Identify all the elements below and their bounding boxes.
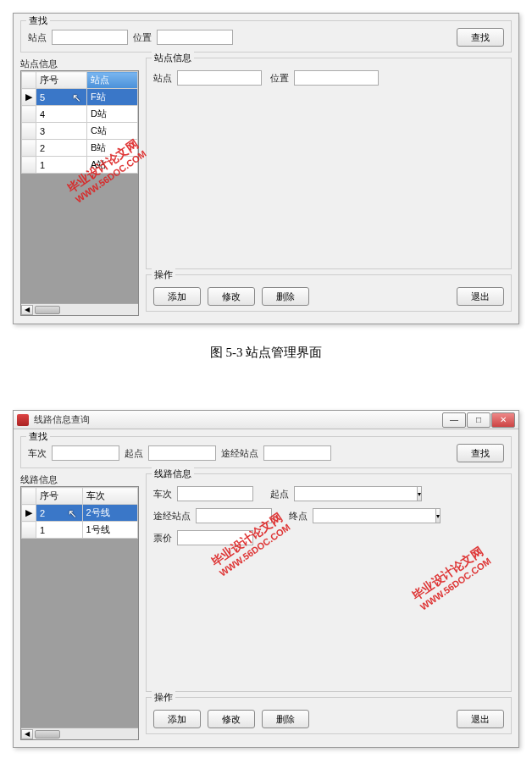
ops-title: 操作 [152,268,175,281]
col-index[interactable]: 序号 [36,488,83,505]
station-info-title: 站点信息 [152,52,194,64]
add-button[interactable]: 添加 [153,710,201,728]
search-station-input[interactable] [52,30,128,45]
delete-button[interactable]: 删除 [262,710,309,728]
table-row[interactable]: 4 D站 [22,106,138,123]
route-grid[interactable]: 序号 车次 ▶ 2 2号线 1 1号线 [20,486,139,740]
station-list-label: 站点信息 [20,58,58,69]
modify-button[interactable]: 修改 [208,287,255,306]
figure-caption-53: 图 5-3 站点管理界面 [13,345,519,361]
info-position-label: 位置 [270,72,289,85]
ops-group: 操作 添加 修改 删除 退出 [146,697,512,734]
info-end-input[interactable] [313,508,436,523]
search-position-input[interactable] [157,30,233,45]
search-train-label: 车次 [28,447,47,460]
search-group: 查找 站点 位置 查找 [20,20,512,53]
search-group: 查找 车次 起点 途经站点 查找 [20,436,512,468]
info-price-label: 票价 [153,532,172,545]
search-via-input[interactable] [263,445,331,461]
station-info-group: 站点信息 站点 位置 [146,58,512,269]
titlebar[interactable]: 线路信息查询 — □ ✕ [14,411,518,429]
table-row[interactable]: 1 1号线 [22,522,138,539]
info-via-label: 途经站点 [153,510,191,523]
search-button[interactable]: 查找 [457,28,504,47]
ops-title: 操作 [152,691,175,704]
table-row[interactable]: 2 B站 [22,140,138,157]
scroll-left-icon[interactable]: ◀ [21,305,33,315]
route-list-label: 线路信息 [20,474,58,484]
table-row[interactable]: 3 C站 [22,123,138,140]
search-group-title: 查找 [26,430,50,443]
hscrollbar[interactable]: ◀ [21,728,138,739]
col-train[interactable]: 车次 [82,488,137,505]
route-query-window: 线路信息查询 — □ ✕ 查找 车次 起点 途经站点 查找 线路信息 [13,410,519,748]
modify-button[interactable]: 修改 [208,710,255,728]
info-train-label: 车次 [153,488,172,501]
info-start-input[interactable] [294,486,418,501]
chevron-down-icon[interactable]: ▾ [418,486,422,501]
col-station[interactable]: 站点 [87,72,138,89]
maximize-button[interactable]: □ [467,412,490,428]
info-start-label: 起点 [270,488,289,501]
info-station-label: 站点 [153,72,172,85]
table-row[interactable]: ▶ 5 F站 [22,89,138,106]
search-start-label: 起点 [125,447,143,460]
table-row[interactable]: ▶ 2 2号线 [22,505,138,522]
delete-button[interactable]: 删除 [262,287,309,306]
scroll-thumb[interactable] [35,730,60,739]
info-position-input[interactable] [294,70,379,86]
exit-button[interactable]: 退出 [457,710,504,728]
search-station-label: 站点 [28,31,47,44]
route-info-group: 线路信息 车次 起点 ▾ [146,473,512,692]
minimize-button[interactable]: — [442,412,466,428]
ops-group: 操作 添加 修改 删除 退出 [146,274,512,312]
app-icon [17,414,29,426]
window-title: 线路信息查询 [34,413,90,426]
scroll-left-icon[interactable]: ◀ [21,729,33,739]
station-grid[interactable]: 序号 站点 ▶ 5 F站 4 D站 [20,70,139,316]
scroll-thumb[interactable] [35,306,60,314]
search-train-input[interactable] [52,445,119,461]
table-row[interactable]: 1 A站 [22,157,138,174]
hscrollbar[interactable]: ◀ [21,303,138,315]
search-start-input[interactable] [148,445,216,461]
info-end-label: 终点 [289,510,308,523]
station-mgmt-window: 查找 站点 位置 查找 站点信息 序号 站点 [13,13,519,324]
search-button[interactable]: 查找 [457,444,504,462]
info-train-input[interactable] [177,486,253,501]
route-info-title: 线路信息 [152,467,194,480]
exit-button[interactable]: 退出 [457,287,504,306]
add-button[interactable]: 添加 [153,287,201,306]
close-button[interactable]: ✕ [491,412,515,428]
search-position-label: 位置 [133,31,152,44]
chevron-down-icon[interactable]: ▾ [436,508,441,523]
info-via-input[interactable] [196,508,272,523]
search-via-label: 途经站点 [221,447,258,460]
info-station-input[interactable] [177,70,262,86]
col-index[interactable]: 序号 [36,72,87,89]
info-price-input[interactable] [177,530,253,545]
search-group-title: 查找 [26,14,50,27]
